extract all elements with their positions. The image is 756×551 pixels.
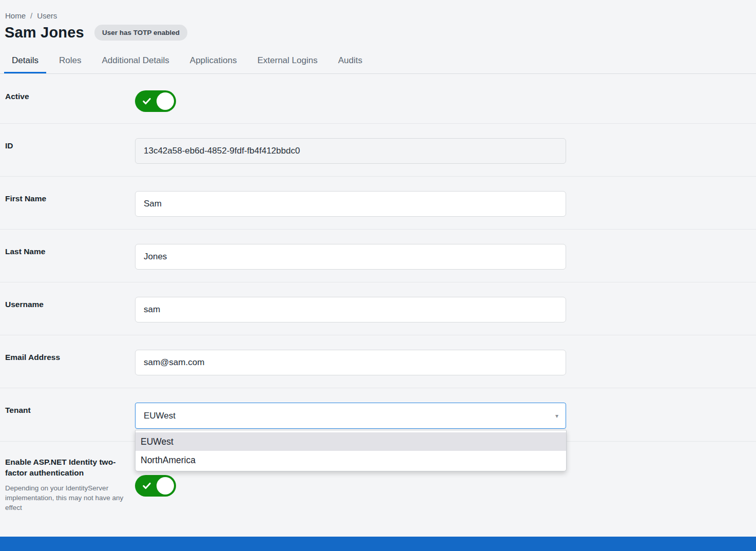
footer-bar: [0, 537, 756, 551]
first-name-field[interactable]: [135, 191, 566, 217]
form-row-first-name: First Name: [0, 177, 756, 230]
tab-bar: Details Roles Additional Details Applica…: [0, 49, 756, 74]
tab-audits[interactable]: Audits: [331, 49, 370, 73]
page-title: Sam Jones: [5, 24, 84, 41]
email-field[interactable]: [135, 350, 566, 375]
id-field: [135, 138, 566, 164]
tab-additional-details[interactable]: Additional Details: [94, 49, 177, 73]
check-icon: [142, 481, 152, 491]
two-factor-label: Enable ASP.NET Identity two-factor authe…: [5, 457, 128, 479]
tenant-option-northamerica[interactable]: NorthAmerica: [135, 451, 566, 469]
two-factor-label-group: Enable ASP.NET Identity two-factor authe…: [5, 457, 135, 512]
toggle-knob: [157, 477, 174, 495]
form-row-username: Username: [0, 282, 756, 335]
tenant-selected-value: EUWest: [144, 411, 176, 421]
active-toggle[interactable]: [135, 90, 176, 112]
user-details-page: Home / Users Sam Jones User has TOTP ena…: [0, 0, 756, 551]
form-row-id: ID: [0, 124, 756, 177]
two-factor-help-text: Depending on your IdentityServer impleme…: [5, 483, 126, 512]
username-field[interactable]: [135, 297, 566, 322]
toggle-knob: [157, 92, 174, 110]
tab-applications[interactable]: Applications: [182, 49, 245, 73]
tab-external-logins[interactable]: External Logins: [249, 49, 325, 73]
id-label: ID: [5, 138, 135, 164]
chevron-down-icon: ▾: [555, 412, 558, 420]
form-row-email: Email Address: [0, 335, 756, 388]
username-label: Username: [5, 297, 135, 322]
tab-roles[interactable]: Roles: [51, 49, 89, 73]
last-name-field[interactable]: [135, 244, 566, 270]
last-name-label: Last Name: [5, 244, 135, 270]
tenant-option-euwest[interactable]: EUWest: [135, 432, 566, 451]
page-header: Sam Jones User has TOTP enabled: [0, 20, 756, 41]
check-icon: [142, 96, 152, 106]
tenant-dropdown-menu: EUWest NorthAmerica: [135, 430, 567, 471]
breadcrumb: Home / Users: [0, 0, 756, 20]
tab-details[interactable]: Details: [4, 49, 46, 73]
form-row-active: Active: [0, 74, 756, 124]
tenant-select[interactable]: EUWest ▾: [135, 403, 566, 429]
active-label: Active: [5, 90, 135, 112]
tenant-label: Tenant: [5, 403, 135, 429]
breadcrumb-users[interactable]: Users: [37, 11, 57, 20]
totp-status-badge: User has TOTP enabled: [94, 25, 187, 41]
form-row-tenant: Tenant EUWest ▾ EUWest NorthAmerica: [0, 388, 756, 442]
breadcrumb-separator: /: [30, 11, 32, 20]
form-row-last-name: Last Name: [0, 230, 756, 282]
breadcrumb-home[interactable]: Home: [5, 11, 26, 20]
email-label: Email Address: [5, 350, 135, 375]
first-name-label: First Name: [5, 191, 135, 217]
two-factor-toggle[interactable]: [135, 475, 176, 497]
